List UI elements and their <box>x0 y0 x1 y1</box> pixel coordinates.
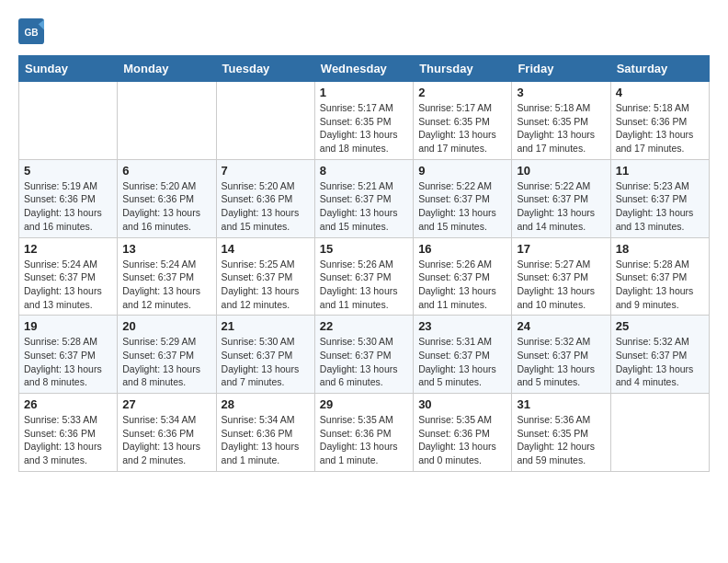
day-number: 18 <box>616 242 704 256</box>
day-number: 7 <box>222 164 310 178</box>
calendar-cell <box>216 82 314 160</box>
day-info: Sunrise: 5:31 AM Sunset: 6:37 PM Dayligh… <box>418 335 506 389</box>
day-number: 13 <box>122 242 210 256</box>
day-info: Sunrise: 5:22 AM Sunset: 6:37 PM Dayligh… <box>418 179 506 234</box>
day-number: 8 <box>320 164 408 178</box>
calendar-cell: 10Sunrise: 5:22 AM Sunset: 6:37 PM Dayli… <box>512 159 610 237</box>
day-number: 3 <box>517 86 605 99</box>
calendar-cell: 29Sunrise: 5:35 AM Sunset: 6:36 PM Dayli… <box>314 394 413 472</box>
calendar-cell: 18Sunrise: 5:28 AM Sunset: 6:37 PM Dayli… <box>610 237 709 316</box>
day-info: Sunrise: 5:24 AM Sunset: 6:37 PM Dayligh… <box>24 258 112 312</box>
calendar-cell: 17Sunrise: 5:27 AM Sunset: 6:37 PM Dayli… <box>512 237 610 316</box>
day-info: Sunrise: 5:36 AM Sunset: 6:35 PM Dayligh… <box>517 413 605 467</box>
calendar-cell: 2Sunrise: 5:17 AM Sunset: 6:35 PM Daylig… <box>414 82 512 160</box>
calendar-cell: 23Sunrise: 5:31 AM Sunset: 6:37 PM Dayli… <box>414 316 512 394</box>
day-info: Sunrise: 5:32 AM Sunset: 6:37 PM Dayligh… <box>616 335 704 389</box>
day-number: 28 <box>222 397 310 411</box>
day-info: Sunrise: 5:26 AM Sunset: 6:37 PM Dayligh… <box>320 258 408 312</box>
day-info: Sunrise: 5:34 AM Sunset: 6:36 PM Dayligh… <box>122 413 210 467</box>
calendar-week-5: 26Sunrise: 5:33 AM Sunset: 6:36 PM Dayli… <box>19 394 710 472</box>
day-info: Sunrise: 5:25 AM Sunset: 6:37 PM Dayligh… <box>222 258 310 312</box>
day-number: 10 <box>517 164 605 178</box>
calendar-cell: 1Sunrise: 5:17 AM Sunset: 6:35 PM Daylig… <box>314 82 413 160</box>
day-number: 20 <box>122 319 210 333</box>
day-number: 16 <box>418 242 506 256</box>
calendar-week-2: 5Sunrise: 5:19 AM Sunset: 6:36 PM Daylig… <box>19 159 710 237</box>
svg-text:GB: GB <box>24 28 38 38</box>
weekday-header-friday: Friday <box>512 56 610 82</box>
day-info: Sunrise: 5:17 AM Sunset: 6:35 PM Dayligh… <box>320 101 408 155</box>
day-info: Sunrise: 5:30 AM Sunset: 6:37 PM Dayligh… <box>222 335 310 389</box>
day-info: Sunrise: 5:29 AM Sunset: 6:37 PM Dayligh… <box>122 335 210 389</box>
calendar-cell: 15Sunrise: 5:26 AM Sunset: 6:37 PM Dayli… <box>314 237 413 316</box>
day-number: 2 <box>418 86 506 99</box>
day-info: Sunrise: 5:20 AM Sunset: 6:36 PM Dayligh… <box>222 179 310 234</box>
day-number: 4 <box>616 86 704 99</box>
calendar-cell: 13Sunrise: 5:24 AM Sunset: 6:37 PM Dayli… <box>118 237 216 316</box>
calendar-cell: 14Sunrise: 5:25 AM Sunset: 6:37 PM Dayli… <box>216 237 314 316</box>
day-info: Sunrise: 5:27 AM Sunset: 6:37 PM Dayligh… <box>517 258 605 312</box>
calendar-cell: 19Sunrise: 5:28 AM Sunset: 6:37 PM Dayli… <box>19 316 118 394</box>
calendar-cell <box>19 82 118 160</box>
calendar-week-1: 1Sunrise: 5:17 AM Sunset: 6:35 PM Daylig… <box>19 82 710 160</box>
calendar-cell: 26Sunrise: 5:33 AM Sunset: 6:36 PM Dayli… <box>19 394 118 472</box>
weekday-header-row: SundayMondayTuesdayWednesdayThursdayFrid… <box>19 56 710 82</box>
day-info: Sunrise: 5:23 AM Sunset: 6:37 PM Dayligh… <box>616 179 704 234</box>
calendar-cell: 30Sunrise: 5:35 AM Sunset: 6:36 PM Dayli… <box>414 394 512 472</box>
day-info: Sunrise: 5:30 AM Sunset: 6:37 PM Dayligh… <box>320 335 408 389</box>
day-info: Sunrise: 5:33 AM Sunset: 6:36 PM Dayligh… <box>24 413 112 467</box>
day-number: 23 <box>418 319 506 333</box>
day-number: 1 <box>320 86 408 99</box>
calendar-cell: 11Sunrise: 5:23 AM Sunset: 6:37 PM Dayli… <box>610 159 709 237</box>
day-number: 6 <box>122 164 210 178</box>
calendar-cell: 16Sunrise: 5:26 AM Sunset: 6:37 PM Dayli… <box>414 237 512 316</box>
calendar-cell: 28Sunrise: 5:34 AM Sunset: 6:36 PM Dayli… <box>216 394 314 472</box>
day-number: 11 <box>616 164 704 178</box>
day-number: 12 <box>24 242 112 256</box>
day-info: Sunrise: 5:21 AM Sunset: 6:37 PM Dayligh… <box>320 179 408 234</box>
day-number: 30 <box>418 397 506 411</box>
calendar-week-3: 12Sunrise: 5:24 AM Sunset: 6:37 PM Dayli… <box>19 237 710 316</box>
calendar-cell: 27Sunrise: 5:34 AM Sunset: 6:36 PM Dayli… <box>118 394 216 472</box>
day-info: Sunrise: 5:18 AM Sunset: 6:35 PM Dayligh… <box>517 101 605 155</box>
day-number: 25 <box>616 319 704 333</box>
day-info: Sunrise: 5:35 AM Sunset: 6:36 PM Dayligh… <box>418 413 506 467</box>
calendar-week-4: 19Sunrise: 5:28 AM Sunset: 6:37 PM Dayli… <box>19 316 710 394</box>
day-number: 21 <box>222 319 310 333</box>
calendar-cell: 12Sunrise: 5:24 AM Sunset: 6:37 PM Dayli… <box>19 237 118 316</box>
calendar-cell: 4Sunrise: 5:18 AM Sunset: 6:36 PM Daylig… <box>610 82 709 160</box>
day-info: Sunrise: 5:19 AM Sunset: 6:36 PM Dayligh… <box>24 179 112 234</box>
weekday-header-monday: Monday <box>118 56 216 82</box>
day-info: Sunrise: 5:22 AM Sunset: 6:37 PM Dayligh… <box>517 179 605 234</box>
calendar-cell: 22Sunrise: 5:30 AM Sunset: 6:37 PM Dayli… <box>314 316 413 394</box>
weekday-header-wednesday: Wednesday <box>314 56 413 82</box>
calendar-cell: 20Sunrise: 5:29 AM Sunset: 6:37 PM Dayli… <box>118 316 216 394</box>
calendar-cell <box>610 394 709 472</box>
day-info: Sunrise: 5:24 AM Sunset: 6:37 PM Dayligh… <box>122 258 210 312</box>
calendar-cell: 9Sunrise: 5:22 AM Sunset: 6:37 PM Daylig… <box>414 159 512 237</box>
day-info: Sunrise: 5:34 AM Sunset: 6:36 PM Dayligh… <box>222 413 310 467</box>
calendar-cell: 24Sunrise: 5:32 AM Sunset: 6:37 PM Dayli… <box>512 316 610 394</box>
day-info: Sunrise: 5:32 AM Sunset: 6:37 PM Dayligh… <box>517 335 605 389</box>
calendar-cell: 8Sunrise: 5:21 AM Sunset: 6:37 PM Daylig… <box>314 159 413 237</box>
day-info: Sunrise: 5:28 AM Sunset: 6:37 PM Dayligh… <box>24 335 112 389</box>
logo-icon: GB <box>18 18 44 44</box>
day-number: 5 <box>24 164 112 178</box>
day-number: 19 <box>24 319 112 333</box>
calendar-cell: 5Sunrise: 5:19 AM Sunset: 6:36 PM Daylig… <box>19 159 118 237</box>
day-number: 29 <box>320 397 408 411</box>
weekday-header-tuesday: Tuesday <box>216 56 314 82</box>
day-number: 9 <box>418 164 506 178</box>
day-number: 26 <box>24 397 112 411</box>
day-info: Sunrise: 5:26 AM Sunset: 6:37 PM Dayligh… <box>418 258 506 312</box>
day-number: 24 <box>517 319 605 333</box>
day-info: Sunrise: 5:18 AM Sunset: 6:36 PM Dayligh… <box>616 101 704 155</box>
calendar-cell: 6Sunrise: 5:20 AM Sunset: 6:36 PM Daylig… <box>118 159 216 237</box>
logo: GB <box>18 18 46 44</box>
calendar-cell: 7Sunrise: 5:20 AM Sunset: 6:36 PM Daylig… <box>216 159 314 237</box>
day-info: Sunrise: 5:28 AM Sunset: 6:37 PM Dayligh… <box>616 258 704 312</box>
day-number: 27 <box>122 397 210 411</box>
day-info: Sunrise: 5:20 AM Sunset: 6:36 PM Dayligh… <box>122 179 210 234</box>
weekday-header-saturday: Saturday <box>610 56 709 82</box>
calendar-table: SundayMondayTuesdayWednesdayThursdayFrid… <box>18 55 710 472</box>
